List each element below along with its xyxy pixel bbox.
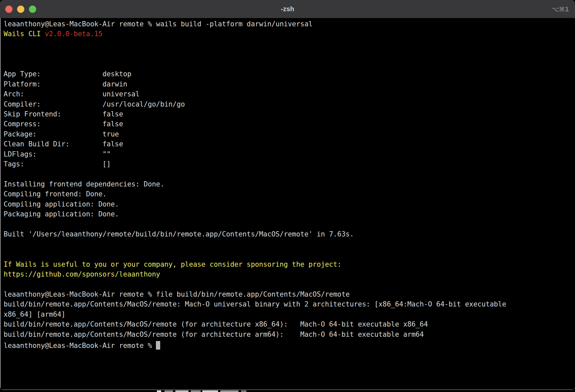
blank-line xyxy=(4,169,575,179)
file-output-wrap: x86_64] [arm64] xyxy=(4,309,575,319)
status-compiling-frontend: Compiling frontend: Done. xyxy=(4,189,575,199)
close-button[interactable] xyxy=(5,6,12,13)
cropped-content-below-window xyxy=(150,390,252,392)
config-row-compiler: Compiler: /usr/local/go/bin/go xyxy=(4,99,575,109)
artifact-fragment xyxy=(241,390,246,392)
blank-line xyxy=(4,279,575,289)
sponsor-url-line: https://github.com/sponsors/leaanthony xyxy=(4,269,575,279)
config-row-tags: Tags: [] xyxy=(4,159,575,169)
status-compiling-application: Compiling application: Done. xyxy=(4,199,575,209)
config-row-skip-frontend: Skip Frontend: false xyxy=(4,109,575,119)
blank-line xyxy=(4,49,575,59)
wails-cli-version-line: Wails CLI v2.0.0-beta.15 xyxy=(4,29,575,39)
file-output-arm64: build/bin/remote.app/Contents/MacOS/remo… xyxy=(4,330,575,339)
final-prompt-line[interactable]: leaanthony@Leas-MacBook-Air remote % xyxy=(4,339,575,349)
terminal-window: -zsh ⌥⌘1 leaanthony@Leas-MacBook-Air rem… xyxy=(0,0,575,390)
wails-cli-label: Wails CLI xyxy=(4,30,45,38)
wails-cli-version: v2.0.0-beta.15 xyxy=(45,30,102,38)
config-row-package: Package: true xyxy=(4,129,575,139)
config-row-app-type: App Type: desktop xyxy=(4,69,575,79)
config-row-platform: Platform: darwin xyxy=(4,79,575,89)
file-output-universal-binary: build/bin/remote.app/Contents/MacOS/remo… xyxy=(4,299,575,309)
terminal-cursor xyxy=(156,341,160,350)
sponsor-message-line: If Wails is useful to you or your compan… xyxy=(4,259,575,269)
zoom-button[interactable] xyxy=(29,6,36,13)
terminal-content[interactable]: leaanthony@Leas-MacBook-Air remote % wai… xyxy=(0,18,575,389)
prompt-line-file-command: leaanthony@Leas-MacBook-Air remote % fil… xyxy=(4,289,575,299)
file-output-x86-64: build/bin/remote.app/Contents/MacOS/remo… xyxy=(4,319,575,329)
config-row-arch: Arch: universal xyxy=(4,89,575,99)
config-row-compress: Compress: false xyxy=(4,119,575,129)
build-result-line: Built '/Users/leaanthony/remote/build/bi… xyxy=(4,229,575,239)
status-packaging-application: Packaging application: Done. xyxy=(4,209,575,219)
artifact-fragment xyxy=(157,390,161,392)
config-row-clean-build-dir: Clean Build Dir: false xyxy=(4,139,575,149)
blank-line xyxy=(4,219,575,229)
traffic-lights xyxy=(5,0,36,18)
minimize-button[interactable] xyxy=(17,6,24,13)
window-shortcut-hint: ⌥⌘1 xyxy=(552,6,569,13)
titlebar[interactable]: -zsh ⌥⌘1 xyxy=(0,0,575,18)
artifact-fragment xyxy=(175,390,188,392)
artifact-fragment xyxy=(164,390,173,392)
prompt-line-build-command: leaanthony@Leas-MacBook-Air remote % wai… xyxy=(4,19,575,29)
artifact-fragment xyxy=(191,390,201,392)
blank-line xyxy=(4,249,575,259)
artifact-fragment xyxy=(202,390,218,392)
blank-line xyxy=(4,239,575,249)
window-title: -zsh xyxy=(281,5,294,13)
blank-line xyxy=(4,59,575,69)
status-installing-deps: Installing frontend dependencies: Done. xyxy=(4,179,575,189)
final-prompt-text: leaanthony@Leas-MacBook-Air remote % xyxy=(4,342,156,350)
config-row-ldflags: LDFlags: "" xyxy=(4,149,575,159)
artifact-fragment xyxy=(220,390,238,392)
blank-line xyxy=(4,39,575,49)
